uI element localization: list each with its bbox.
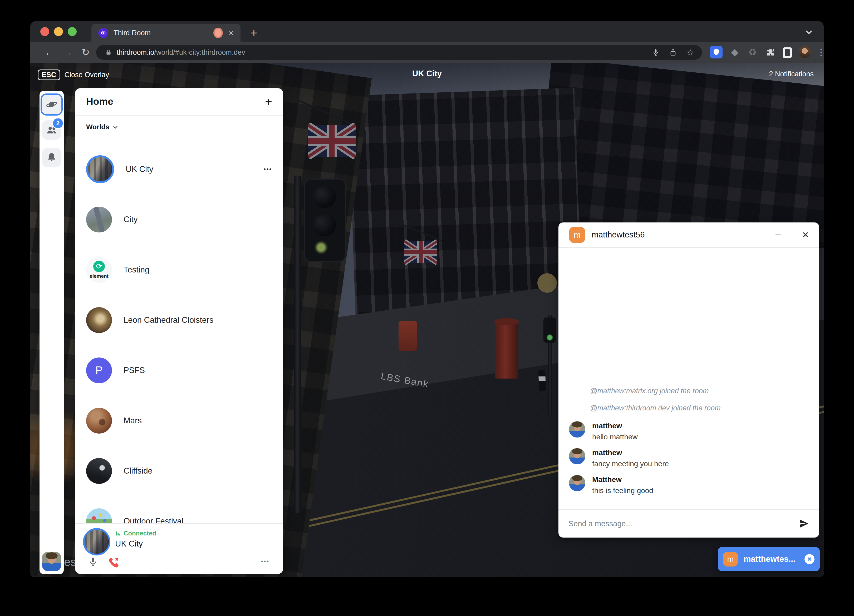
world-list-item[interactable]: ⟳ element Testing xyxy=(75,245,283,295)
world-list-item[interactable]: P PSFS xyxy=(75,345,283,395)
extension-shield-icon[interactable] xyxy=(710,46,723,58)
user-avatar[interactable] xyxy=(42,552,61,571)
reload-button[interactable]: ↻ xyxy=(82,46,90,59)
chat-message: matthew hello matthew xyxy=(569,421,809,441)
send-message-icon[interactable] xyxy=(799,518,810,529)
world-avatar: ⟳ element xyxy=(86,257,112,283)
world-avatar xyxy=(86,508,112,524)
tab-strip: Third Room × + xyxy=(30,21,824,42)
tab-close-icon[interactable]: × xyxy=(229,29,234,37)
world-list-item[interactable]: Outdoor Festival xyxy=(75,496,283,524)
browser-menu-icon[interactable]: ⋮ xyxy=(815,46,824,58)
message-text: this is feeling good xyxy=(592,487,653,495)
session-options-icon[interactable]: ••• xyxy=(261,558,270,565)
macos-close-button[interactable] xyxy=(40,27,49,36)
home-panel-header: Home + xyxy=(75,88,283,116)
bookmark-star-icon[interactable]: ☆ xyxy=(686,48,694,56)
world-name: Mars xyxy=(124,416,272,426)
back-button[interactable]: ← xyxy=(45,46,54,59)
world-name: Leon Cathedral Cloisters xyxy=(124,315,272,325)
element-wordmark: element xyxy=(90,273,108,279)
planet-icon xyxy=(46,99,58,110)
rail-friends-button[interactable]: 2 xyxy=(42,120,61,140)
member-pill-close-icon[interactable]: × xyxy=(804,554,814,564)
worlds-list: UK City ••• City ⟳ element Testing Leon … xyxy=(75,144,283,524)
world-avatar: P xyxy=(86,357,112,383)
worlds-section-label: Worlds xyxy=(86,123,109,131)
browser-profile-avatar[interactable] xyxy=(798,46,811,58)
chat-minimize-icon[interactable]: − xyxy=(775,230,781,240)
thirdroom-favicon-icon xyxy=(98,28,108,38)
world-list-item[interactable]: Mars xyxy=(75,395,283,446)
extension-diamond-icon[interactable]: ◆ xyxy=(728,46,741,58)
world-list-item[interactable]: UK City ••• xyxy=(75,144,283,194)
sidebar-toggle-icon[interactable] xyxy=(781,46,794,58)
create-world-button[interactable]: + xyxy=(265,96,272,108)
voice-search-icon[interactable] xyxy=(652,49,660,56)
world-name: Testing xyxy=(124,265,272,275)
world-list-item[interactable]: Leon Cathedral Cloisters xyxy=(75,295,283,345)
tabstrip-chevron-down-icon[interactable] xyxy=(805,28,813,37)
session-card: Connected UK City ••• xyxy=(75,523,283,574)
friends-badge: 2 xyxy=(52,118,64,129)
new-tab-button[interactable]: + xyxy=(250,26,257,40)
macos-minimize-button[interactable] xyxy=(54,27,63,36)
world-name: PSFS xyxy=(124,366,272,375)
world-name: UK City xyxy=(126,164,252,174)
browser-tab[interactable]: Third Room × xyxy=(92,24,241,42)
member-pill[interactable]: m matthewtes... × xyxy=(718,547,820,571)
connection-status-label: Connected xyxy=(124,530,156,537)
rail-home-worlds-button[interactable] xyxy=(41,93,63,116)
world-avatar xyxy=(86,408,112,433)
chat-close-icon[interactable]: × xyxy=(802,229,809,240)
world-avatar xyxy=(86,307,112,333)
chevron-down-icon xyxy=(113,124,118,130)
chat-message: Matthew this is feeling good xyxy=(569,475,809,495)
room-event: @matthew:matrix.org joined the room xyxy=(590,387,809,395)
member-pill-label: matthewtes... xyxy=(744,554,799,564)
world-avatar xyxy=(86,155,114,183)
microphone-button[interactable] xyxy=(88,557,98,568)
room-event: @matthew:thirdroom.dev joined the room xyxy=(590,404,809,412)
scene-nametag-fragment: es xyxy=(64,555,76,569)
browser-toolbar: ← → ↻ thirdroom.io/world/#uk-city:thirdr… xyxy=(30,42,824,62)
chat-window: m matthewtest56 − × @matthew:matrix.org … xyxy=(558,222,819,538)
member-pill-avatar: m xyxy=(723,552,738,566)
chat-avatar: m xyxy=(569,227,585,243)
message-sender: matthew xyxy=(592,449,669,457)
world-list-item[interactable]: Cliffside xyxy=(75,446,283,496)
world-list-item[interactable]: City xyxy=(75,194,283,245)
element-logo-icon: ⟳ xyxy=(93,261,105,272)
rail-notifications-button[interactable] xyxy=(42,148,61,167)
world-viewport[interactable]: LBS Bank LBS LBS Bank xyxy=(30,62,824,577)
lock-icon xyxy=(105,49,112,56)
chat-title: matthewtest56 xyxy=(592,230,769,240)
message-sender: matthew xyxy=(592,422,638,430)
extension-recycle-icon[interactable]: ♻ xyxy=(746,46,759,58)
signal-bars-icon xyxy=(115,531,121,536)
share-icon[interactable] xyxy=(669,49,677,56)
world-title: UK City xyxy=(30,69,824,78)
browser-window: Third Room × + ← → ↻ thirdroom.io/world/… xyxy=(30,21,824,577)
notifications-status: 2 Notifications xyxy=(769,70,814,78)
session-world-avatar xyxy=(83,528,110,555)
address-bar[interactable]: thirdroom.io/world/#uk-city:thirdroom.de… xyxy=(96,45,702,60)
message-sender: Matthew xyxy=(592,475,653,484)
tab-title: Third Room xyxy=(114,29,214,37)
macos-zoom-button[interactable] xyxy=(68,27,77,36)
chat-message: matthew fancy meeting you here xyxy=(569,448,809,468)
world-name: Cliffside xyxy=(124,466,272,476)
message-input[interactable] xyxy=(568,519,793,528)
world-avatar xyxy=(86,458,112,484)
worlds-section-toggle[interactable]: Worlds xyxy=(86,123,118,131)
world-options-icon[interactable]: ••• xyxy=(264,166,272,173)
world-avatar-letter: P xyxy=(95,364,103,377)
forward-button[interactable]: → xyxy=(63,46,73,59)
hangup-call-button[interactable] xyxy=(107,556,120,569)
session-world-name: UK City xyxy=(115,539,143,549)
world-name: City xyxy=(124,215,272,224)
url-text: thirdroom.io/world/#uk-city:thirdroom.de… xyxy=(117,49,652,56)
extensions-puzzle-icon[interactable] xyxy=(764,46,777,58)
chat-messages: @matthew:matrix.org joined the room@matt… xyxy=(558,387,819,509)
home-panel-title: Home xyxy=(86,96,265,107)
